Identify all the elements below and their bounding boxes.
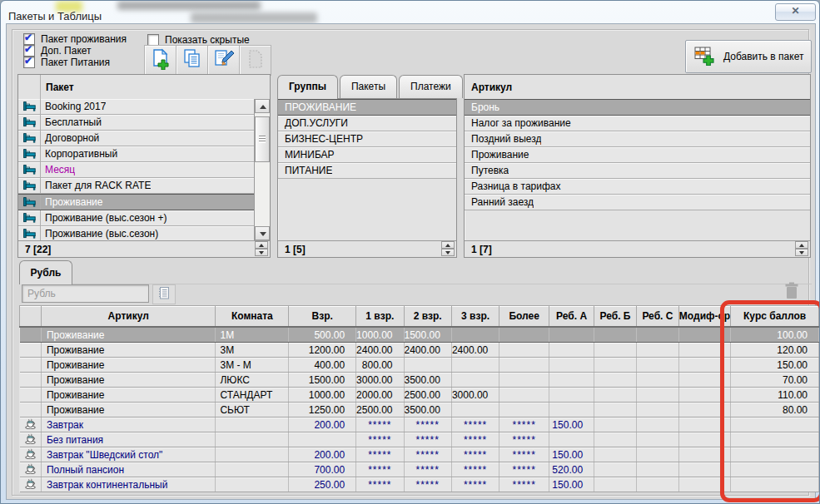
- price-table-row[interactable]: ПроживаниеСТАНДАРТ1000.002000.002500.003…: [20, 388, 819, 403]
- price-table-row[interactable]: Проживание1М500.001000.001500.00100.00: [20, 327, 819, 343]
- price-table-row[interactable]: Проживание3М1200.002400.002400.002400.00…: [20, 343, 819, 358]
- packages-scrollbar[interactable]: [254, 99, 270, 240]
- table-cell: [731, 462, 819, 477]
- package-type-filter-3-checkbox[interactable]: [23, 57, 35, 68]
- spinner-down-icon[interactable]: [441, 249, 455, 256]
- package-toolbar: [144, 45, 271, 76]
- groups-spinner[interactable]: [441, 241, 455, 256]
- table-cell: *****: [451, 462, 499, 477]
- table-cell: 150.00: [549, 447, 594, 462]
- spinner-up-icon[interactable]: [795, 241, 808, 249]
- table-cell: *****: [451, 432, 499, 447]
- price-table-row[interactable]: Завтрак200.00********************150.00: [20, 418, 819, 432]
- table-cell: СТАНДАРТ: [216, 388, 289, 403]
- table-cell: 2500.00: [404, 388, 451, 403]
- table-cell: *****: [499, 477, 549, 492]
- packages-spinner[interactable]: [255, 241, 268, 256]
- new-package-button[interactable]: [144, 45, 176, 76]
- table-cell: [451, 373, 499, 388]
- table-cell: Проживание: [41, 373, 216, 388]
- article-list-item-label: Ранний заезд: [465, 196, 534, 208]
- scroll-down-icon[interactable]: [255, 226, 270, 240]
- group-list-item-label: МИНИБАР: [278, 149, 335, 161]
- table-cell: 1500.00: [289, 373, 356, 388]
- package-type-filters: Пакет проживанияДоп. ПакетПакет Питания: [23, 33, 127, 68]
- package-list-item[interactable]: Booking 2017: [18, 99, 254, 115]
- copy-package-button[interactable]: [176, 45, 208, 76]
- copy-documents-icon: [182, 48, 202, 72]
- table-cell: 3500.00: [404, 403, 451, 418]
- package-type-filter-2: Доп. Пакет: [23, 45, 127, 57]
- bed-icon: [18, 99, 41, 114]
- packages-record-count: 7 [22]: [25, 244, 51, 255]
- package-list-item[interactable]: Бесплатный: [18, 115, 254, 131]
- currency-tab[interactable]: Рубль: [19, 260, 72, 284]
- article-list-item[interactable]: Бронь: [465, 99, 810, 116]
- article-list-item[interactable]: Поздний выезд: [465, 131, 810, 147]
- table-cell: [678, 327, 730, 343]
- spinner-up-icon[interactable]: [255, 241, 268, 249]
- price-table-row[interactable]: Без питания********************: [20, 432, 819, 447]
- bed-icon: [18, 178, 41, 193]
- table-cell: 100.00: [731, 327, 819, 343]
- table-cell: *****: [356, 418, 404, 432]
- package-list-item[interactable]: Месяц: [18, 162, 254, 178]
- table-cell: [499, 343, 549, 358]
- article-list-item[interactable]: Ранний заезд: [465, 195, 810, 210]
- groups-tab-1[interactable]: Группы: [277, 75, 338, 99]
- spinner-down-icon[interactable]: [795, 249, 808, 256]
- table-cell: [594, 343, 637, 358]
- edit-document-icon: [213, 48, 235, 72]
- price-table-row[interactable]: ПроживаниеСЬЮТ1250.002500.003500.0080.00: [20, 403, 819, 418]
- close-button[interactable]: ✕: [775, 3, 816, 21]
- group-list-item[interactable]: ПРОЖИВАНИЕ: [278, 99, 456, 116]
- column-header: Реб. А: [549, 306, 594, 328]
- table-cell: 110.00: [731, 388, 819, 403]
- spinner-down-icon[interactable]: [255, 249, 268, 256]
- package-list-item[interactable]: Проживание (выс.сезон +): [18, 210, 254, 226]
- package-list-item[interactable]: Проживание: [18, 194, 254, 210]
- edit-package-button[interactable]: [207, 45, 240, 76]
- article-list-item[interactable]: Разница в тарифах: [465, 179, 810, 195]
- package-list-item[interactable]: Пакет для RACK RATE: [18, 178, 254, 194]
- price-table-row[interactable]: ПроживаниеЛЮКС1500.003000.003500.0070.00: [20, 373, 819, 388]
- article-list-item[interactable]: Путевка: [465, 163, 810, 179]
- price-table-row[interactable]: Завтрак "Шведский стол"200.00***********…: [20, 447, 819, 462]
- package-type-filter-3-label: Пакет Питания: [41, 57, 110, 68]
- price-table-row[interactable]: Полный пансион700.00********************…: [20, 462, 819, 477]
- column-header: Артикул: [41, 306, 216, 328]
- table-cell: [216, 432, 289, 447]
- table-cell: [636, 403, 678, 418]
- scroll-up-icon[interactable]: [255, 99, 270, 113]
- group-list-item[interactable]: ДОП.УСЛУГИ: [278, 116, 456, 131]
- show-hidden-label: Показать скрытые: [165, 34, 250, 46]
- price-table-row[interactable]: Проживание3М - М400.00800.00150.00: [20, 358, 819, 373]
- package-list-item[interactable]: Договорной: [18, 131, 254, 146]
- package-list-item[interactable]: Корпоративный: [18, 146, 254, 162]
- price-table-row[interactable]: Завтрак континентальный250.00***********…: [20, 477, 819, 492]
- show-hidden-checkbox[interactable]: [147, 34, 159, 46]
- package-list-item-label: Бесплатный: [41, 116, 102, 128]
- price-table: АртикулКомнатаВзр.1 взр.2 взр.3 взр.Боле…: [19, 305, 819, 492]
- package-list-item-label: Проживание (выс.сезон): [41, 228, 158, 240]
- table-cell: [549, 432, 594, 447]
- group-list-item[interactable]: ПИТАНИЕ: [278, 163, 456, 179]
- articles-spinner[interactable]: [795, 241, 808, 256]
- coffee-cup-icon: [20, 447, 42, 462]
- table-cell: [636, 358, 678, 373]
- table-cell: 520.00: [549, 462, 594, 477]
- article-list-item[interactable]: Проживание: [465, 147, 810, 163]
- groups-tabs: ГруппыПакетыПлатежи: [277, 75, 465, 99]
- group-list-item[interactable]: МИНИБАР: [278, 147, 456, 163]
- groups-tab-2[interactable]: Пакеты: [340, 75, 397, 98]
- scroll-thumb[interactable]: [255, 116, 270, 162]
- add-to-package-button[interactable]: Добавить в пакет: [685, 40, 812, 73]
- article-list-item[interactable]: Налог за проживание: [465, 116, 810, 131]
- groups-tab-3[interactable]: Платежи: [399, 75, 463, 98]
- articles-status-bar: 1 [7]: [465, 240, 810, 257]
- package-list-item-label: Договорной: [41, 132, 99, 144]
- table-cell: 2400.00: [356, 343, 404, 358]
- table-cell: 2400.00: [451, 343, 499, 358]
- group-list-item[interactable]: БИЗНЕС-ЦЕНТР: [278, 131, 456, 147]
- spinner-up-icon[interactable]: [441, 241, 455, 249]
